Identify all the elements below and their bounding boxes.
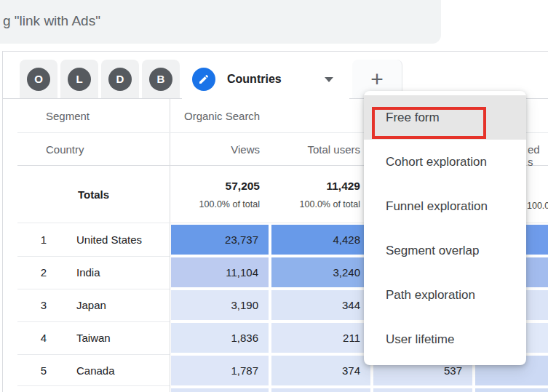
- tab-d[interactable]: D: [101, 60, 139, 98]
- totals-users-value: 11,429: [271, 180, 360, 193]
- row-divider: [17, 256, 170, 257]
- row-divider: [17, 289, 170, 289]
- totals-users-share: 100.0% of total: [271, 199, 360, 209]
- totals-label: Totals: [17, 167, 170, 223]
- row-rank: 3: [17, 299, 70, 311]
- clipped-column-header-fragment: ed s: [528, 143, 548, 168]
- menu-item-cohort-exploration[interactable]: Cohort exploration: [364, 140, 526, 184]
- totals-views-share: 100.0% of total: [170, 199, 260, 209]
- row-rank: 2: [17, 266, 70, 279]
- total-users-column-header[interactable]: Total users: [271, 143, 360, 156]
- active-tab-label: Countries: [227, 73, 282, 86]
- partial-row-cell: [271, 388, 370, 392]
- row-divider: [17, 321, 170, 322]
- clipped-totals-share-fragment: 100.0: [527, 201, 548, 211]
- row-divider: [17, 385, 170, 386]
- tab-b-badge: B: [149, 68, 172, 91]
- row-divider: [17, 354, 170, 355]
- tab-b[interactable]: B: [142, 60, 180, 98]
- menu-item-path-exploration[interactable]: Path exploration: [364, 273, 526, 317]
- tab-countries-active[interactable]: Countries: [182, 60, 349, 99]
- screenshot-root: { "banner": { "text": "g \"link with Ads…: [0, 0, 548, 392]
- tab-o[interactable]: O: [20, 60, 57, 98]
- total-users-cell[interactable]: 3,240: [271, 257, 370, 287]
- row-country[interactable]: India: [76, 266, 100, 279]
- segment-value-label: Organic Search: [184, 110, 260, 122]
- red-annotation-box: [372, 107, 486, 139]
- tab-l-badge: L: [68, 68, 91, 91]
- menu-item-user-lifetime[interactable]: User lifetime: [364, 317, 526, 361]
- views-cell[interactable]: 1,836: [171, 323, 269, 353]
- views-cell[interactable]: 23,737: [171, 225, 269, 255]
- total-users-cell[interactable]: 4,428: [271, 225, 370, 255]
- row-rank: 5: [17, 364, 70, 377]
- row-country[interactable]: Japan: [76, 299, 106, 311]
- partial-row-cell: [373, 388, 472, 392]
- row-country[interactable]: United States: [76, 233, 142, 246]
- views-cell[interactable]: 1,787: [171, 356, 269, 385]
- totals-views-value: 57,205: [170, 180, 260, 193]
- row-country[interactable]: Taiwan: [76, 332, 111, 344]
- dimension-column-divider: [170, 98, 170, 392]
- row-rank: 4: [17, 332, 70, 344]
- tab-d-badge: D: [108, 68, 132, 91]
- banner-text: g "link with Ads": [3, 13, 100, 29]
- segment-header-label: Segment: [46, 110, 90, 122]
- notification-banner: g "link with Ads": [0, 0, 441, 44]
- total-users-cell[interactable]: 344: [271, 290, 370, 320]
- total-users-cell[interactable]: 211: [271, 323, 370, 353]
- row-country[interactable]: Canada: [76, 364, 115, 377]
- total-users-cell[interactable]: 374: [271, 356, 370, 385]
- partial-row-cell: [475, 388, 548, 392]
- menu-item-segment-overlap[interactable]: Segment overlap: [364, 228, 526, 273]
- tab-l[interactable]: L: [60, 60, 98, 98]
- views-cell[interactable]: 3,190: [171, 290, 269, 320]
- partial-row-cell: [171, 388, 269, 392]
- dimension-header[interactable]: Country: [46, 143, 84, 156]
- views-cell[interactable]: 11,104: [171, 257, 269, 287]
- edit-pencil-icon: [192, 68, 215, 91]
- tab-o-badge: O: [27, 68, 50, 91]
- plus-icon: +: [370, 67, 384, 92]
- views-column-header[interactable]: Views: [170, 143, 260, 156]
- row-rank: 1: [17, 233, 70, 246]
- chevron-down-icon[interactable]: [325, 77, 333, 82]
- menu-item-funnel-exploration[interactable]: Funnel exploration: [364, 184, 526, 228]
